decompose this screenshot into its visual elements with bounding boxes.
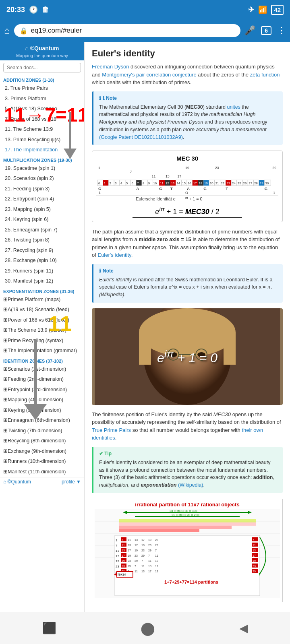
sidebar-item-id-twisting[interactable]: ⊞Twisting (7th-dimension)	[0, 426, 84, 436]
sidebar-bottom-profile[interactable]: profile ▼	[62, 479, 81, 485]
body-text-1: The path plan assume that a symmetric di…	[92, 228, 283, 259]
svg-text:17: 17	[193, 182, 197, 185]
svg-text:11: 11	[141, 565, 145, 568]
svg-text:20: 20	[210, 182, 213, 185]
svg-text:T: T	[226, 186, 228, 191]
airplane-icon: ✈	[248, 5, 254, 14]
freeman-dyson-link[interactable]: Freeman Dyson	[92, 64, 129, 70]
sidebar-item-scheme[interactable]: 11. The Scheme 13:9	[0, 124, 84, 135]
svg-text:7: 7	[155, 549, 157, 552]
svg-text:19: 19	[185, 166, 189, 170]
eulers-identity-link[interactable]: Euler's identity	[97, 252, 131, 258]
sidebar-item-true-prime-pairs[interactable]: 2. True Prime Pairs	[0, 83, 84, 94]
sidebar-item-manifest[interactable]: 30. Manifest (spin 12)	[0, 276, 84, 287]
sidebar-item-enneagram[interactable]: 25. Enneagram (spin 7)	[0, 225, 84, 235]
sidebar-item-entrypoint[interactable]: 22. Entrypoint (spin 4)	[0, 194, 84, 204]
sidebar-item-scenarios[interactable]: 20. Scenarios (spin 2)	[0, 173, 84, 184]
svg-text:5: 5	[126, 182, 128, 185]
sidebar-item-recycling[interactable]: 13. Prime Recycling ψ(s)	[0, 135, 84, 145]
search-input[interactable]	[3, 63, 81, 72]
sidebar-item-id-exchange[interactable]: ⊞Exchange (9th-dimension)	[0, 446, 84, 457]
sidebar-item-exchange[interactable]: 28. Exchange (spin 10)	[0, 256, 84, 266]
svg-text:18: 18	[199, 182, 202, 185]
svg-text:23: 23	[141, 549, 145, 552]
svg-text:23: 23	[226, 182, 230, 185]
menu-icon[interactable]: ⋮	[277, 25, 286, 36]
sidebar-item-mapping[interactable]: 23. Mapping (spin 5)	[0, 204, 84, 215]
svg-text:7: 7	[253, 539, 254, 541]
svg-text:lexer: lexer	[118, 572, 126, 576]
svg-text:17: 17	[148, 570, 151, 573]
sidebar-item-exp-scheme[interactable]: ⊞The Scheme 13:9 (parser)	[0, 325, 84, 336]
mic-icon[interactable]: 🎤	[244, 25, 255, 36]
svg-text:29: 29	[272, 166, 276, 170]
sidebar-item-exp-primes[interactable]: ⊞Primes Platform (maps)	[0, 295, 84, 305]
svg-text:29: 29	[135, 559, 138, 562]
svg-text:11: 11	[148, 559, 151, 562]
sidebar-item-delta[interactable]: 5. Δ(19 vs 18) Scenario	[0, 104, 84, 114]
svg-text:17: 17	[135, 544, 138, 547]
sidebar-item-id-manifest[interactable]: ⊞Manifest (11th-dimension)	[0, 467, 84, 477]
sidebar-item-keyring[interactable]: 24. Keyring (spin 6)	[0, 215, 84, 225]
svg-text:19: 19	[155, 570, 158, 573]
home-button[interactable]: ⌂	[4, 25, 10, 36]
section-title-exponentiation: EXPONENTIATION ZONES (31-36)	[0, 287, 84, 295]
true-prime-pairs-link[interactable]: True Prime Pairs	[92, 427, 131, 433]
sidebar-search-container	[0, 60, 84, 75]
sidebar-item-twisting[interactable]: 26. Twisting (spin 8)	[0, 235, 84, 246]
sidebar-item-id-entrypoint[interactable]: ⊞Entrypoint (3rd-dimension)	[0, 385, 84, 395]
home-circle-button[interactable]: ⬤	[141, 621, 155, 636]
svg-text:29: 29	[128, 565, 131, 568]
wikipedia-link[interactable]: (Wikipedia)	[178, 482, 203, 488]
svg-rect-109	[119, 529, 199, 532]
tip-header: ✔ Tip	[99, 451, 277, 456]
sidebar-item-id-runners[interactable]: ⊞Runners (10th-dimension)	[0, 456, 84, 467]
sidebar-item-exp-delta[interactable]: ⊞Δ(19 vs 18) Scenario (feed)	[0, 305, 84, 315]
sidebar-item-spacetime[interactable]: 19. Spacetime (spin 1)	[0, 163, 84, 174]
svg-text:29: 29	[141, 554, 145, 557]
patent-link[interactable]: (Google Patent DE102011101032A9)	[99, 134, 183, 140]
svg-text:19: 19	[204, 182, 208, 185]
sidebar-item-runners[interactable]: 29. Runners (spin 11)	[0, 266, 84, 277]
url-bar[interactable]: 🔒 eq19.com/#euler	[14, 24, 241, 37]
back-button[interactable]: ◀	[239, 621, 248, 635]
svg-text:17: 17	[141, 539, 145, 541]
sidebar-item-id-enneagram[interactable]: ⊞Enneagram (6th-dimension)	[0, 415, 84, 426]
tip-box: ✔ Tip Euler's identity is considered to …	[92, 447, 283, 493]
svg-text:19: 19	[116, 559, 119, 563]
svg-text:11: 11	[155, 554, 158, 557]
svg-text:19: 19	[128, 554, 131, 557]
url-text[interactable]: eq19.com/#euler	[31, 27, 82, 35]
sidebar-item-recycling2[interactable]: 27. Recycling (spin 9)	[0, 246, 84, 256]
montgomery-link[interactable]: Montgomery's pair correlation conjecture	[102, 72, 196, 78]
euler-portrait: eiπ + 1 = 0	[92, 308, 283, 405]
svg-text:13: 13	[166, 175, 170, 179]
unites-link[interactable]: unites	[227, 104, 240, 110]
sidebar-item-id-keyring[interactable]: ⊞Keyring (5th-dimension)	[0, 405, 84, 416]
sidebar-item-exp-recycling[interactable]: ⊞Prime Recycling (syntax)	[0, 336, 84, 346]
zeta-link[interactable]: zeta function	[250, 72, 280, 78]
svg-text:29: 29	[148, 549, 151, 552]
sidebar-item-id-recycling[interactable]: ⊞Recycling (8th-dimension)	[0, 436, 84, 446]
svg-text:7: 7	[148, 554, 150, 557]
sidebar-item-primes-platform[interactable]: 3. Primes Platform	[0, 94, 84, 104]
svg-text:23: 23	[116, 565, 119, 568]
svg-text:G: G	[265, 186, 268, 191]
svg-text:13: 13	[135, 539, 138, 541]
sidebar-item-exp-power[interactable]: ⊞Power of 168 vs 618 (lexer)	[0, 315, 84, 326]
sidebar-item-power[interactable]: 7. Power of 168 vs 618	[0, 114, 84, 125]
sidebar-item-id-feeding[interactable]: ⊞Feeding (2nd-dimension)	[0, 374, 84, 385]
svg-text:19: 19	[141, 544, 145, 547]
tab-count[interactable]: 6	[261, 26, 271, 35]
sidebar-item-implementation[interactable]: 17. The Implementation	[0, 145, 84, 155]
sidebar-item-id-scenarios[interactable]: ⊞Scenarios (1st-dimension)	[0, 364, 84, 375]
svg-text:11 × MEC 20 = 230: 11 × MEC 20 = 230	[171, 513, 199, 517]
partition-chart: irrational partition of 11x7 rational ob…	[92, 499, 283, 602]
info-icon-1: ℹ	[99, 95, 101, 101]
square-button[interactable]: ⬛	[42, 621, 56, 635]
svg-text:17: 17	[128, 549, 131, 552]
sidebar-item-id-mapping[interactable]: ⊞Mapping (4th-dimension)	[0, 395, 84, 405]
sidebar-item-exp-impl[interactable]: ⊞The Implementation (grammar)	[0, 346, 84, 356]
sidebar-item-feeding[interactable]: 21. Feeding (spin 3)	[0, 184, 84, 194]
svg-rect-89	[224, 332, 236, 365]
